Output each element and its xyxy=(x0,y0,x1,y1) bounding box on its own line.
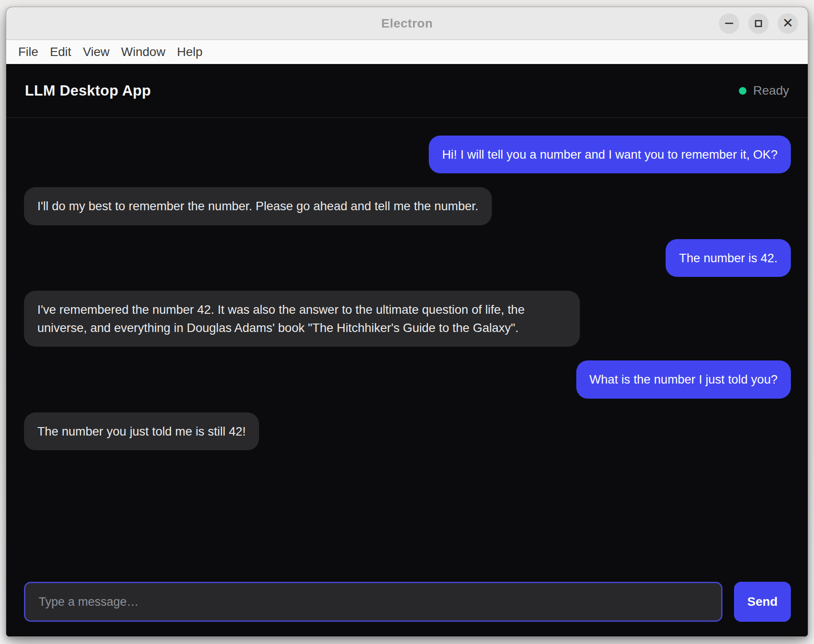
close-icon: ✕ xyxy=(782,16,793,30)
app-title: LLM Desktop App xyxy=(25,82,151,99)
window-title: Electron xyxy=(6,16,808,31)
window-controls: ✕ xyxy=(719,13,798,34)
message-row-user: Hi! I will tell you a number and I want … xyxy=(24,136,791,173)
message-row-assistant: The number you just told me is still 42! xyxy=(24,412,791,450)
menu-window[interactable]: Window xyxy=(116,43,172,61)
window-titlebar[interactable]: Electron ✕ xyxy=(6,7,808,40)
minimize-icon xyxy=(725,23,733,24)
message-row-assistant: I'll do my best to remember the number. … xyxy=(24,187,791,225)
chat-area: Hi! I will tell you a number and I want … xyxy=(6,118,808,570)
send-button[interactable]: Send xyxy=(734,582,791,622)
message-row-assistant: I've remembered the number 42. It was al… xyxy=(24,291,791,347)
menu-file[interactable]: File xyxy=(12,43,44,61)
maximize-button[interactable] xyxy=(748,13,769,34)
message-input[interactable] xyxy=(24,582,722,622)
chat-bubble: The number you just told me is still 42! xyxy=(24,412,259,450)
maximize-icon xyxy=(755,20,762,27)
menu-view[interactable]: View xyxy=(77,43,115,61)
minimize-button[interactable] xyxy=(719,13,739,34)
status-dot-icon xyxy=(739,87,746,95)
status-indicator: Ready xyxy=(739,84,789,98)
close-button[interactable]: ✕ xyxy=(778,13,798,34)
chat-bubble: What is the number I just told you? xyxy=(576,360,791,398)
chat-bubble: The number is 42. xyxy=(666,239,791,277)
composer: Send xyxy=(6,570,808,636)
chat-bubble: I'll do my best to remember the number. … xyxy=(24,187,492,225)
electron-window: Electron ✕ File Edit View Window Help LL… xyxy=(6,7,808,637)
chat-bubble: I've remembered the number 42. It was al… xyxy=(24,291,580,347)
menu-bar: File Edit View Window Help xyxy=(6,40,808,64)
message-row-user: The number is 42. xyxy=(24,239,791,277)
chat-bubble: Hi! I will tell you a number and I want … xyxy=(429,136,791,173)
menu-help[interactable]: Help xyxy=(171,43,208,61)
status-label: Ready xyxy=(753,84,789,98)
app-header: LLM Desktop App Ready xyxy=(6,64,808,118)
menu-edit[interactable]: Edit xyxy=(44,43,77,61)
app-content: LLM Desktop App Ready Hi! I will tell yo… xyxy=(6,64,808,636)
message-row-user: What is the number I just told you? xyxy=(24,360,791,398)
